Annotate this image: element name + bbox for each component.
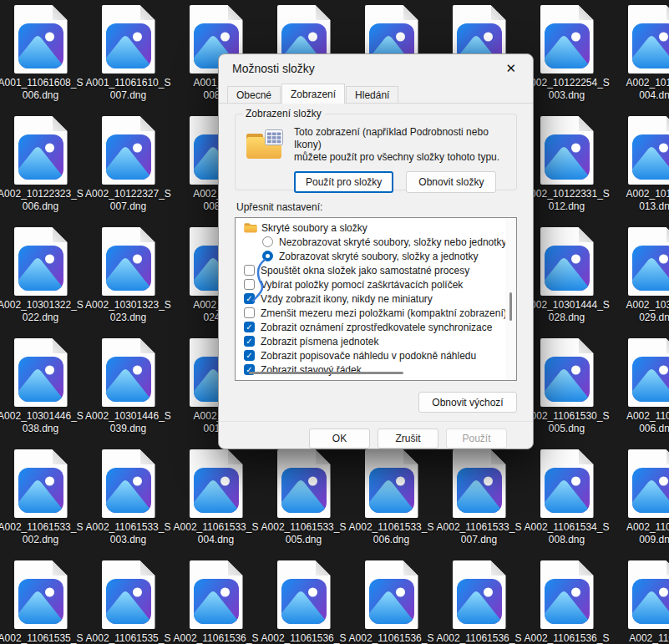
photo-icon xyxy=(281,579,327,624)
file-page-icon xyxy=(628,338,669,407)
page-fold-icon xyxy=(53,5,68,20)
desktop-file[interactable]: A001_11061610_S007.dng xyxy=(84,5,172,102)
desktop-file[interactable]: A002_10301444_S028.dng xyxy=(523,227,611,324)
checkbox-checked[interactable]: ✓ xyxy=(244,350,255,361)
dialog-titlebar[interactable]: Možnosti složky ✕ xyxy=(219,54,533,83)
desktop-file[interactable]: A002_10301446_S039.dng xyxy=(84,338,172,435)
desktop-file[interactable]: A002_11061534_S008.dng xyxy=(523,449,611,546)
radio-unchecked[interactable] xyxy=(262,236,273,247)
photo-icon xyxy=(545,246,590,291)
desktop-file[interactable]: A002_10122323_S006.dng xyxy=(0,116,84,213)
desktop-file[interactable]: A002_11061536_S xyxy=(172,560,260,644)
desktop-file[interactable]: A002_11061009.dn xyxy=(611,449,669,546)
desktop-file[interactable]: A002_11061533_S003.dng xyxy=(84,449,172,546)
advanced-item-checkbox[interactable]: ✓Zobrazit písmena jednotek xyxy=(241,334,516,348)
advanced-item-checkbox[interactable]: ✓Zobrazit oznámení zprostředkovatele syn… xyxy=(241,320,516,334)
advanced-item-checkbox[interactable]: ✓Zobrazit stavový řádek xyxy=(241,363,516,377)
desktop-file[interactable]: A002_11061536_S xyxy=(523,560,611,644)
checkbox-unchecked[interactable] xyxy=(244,279,255,290)
file-name: A002_10301446_S039.dng xyxy=(84,410,172,435)
desktop-file[interactable]: A002_10301322_S022.dng xyxy=(0,227,84,324)
file-page-icon xyxy=(102,338,155,407)
checkbox-checked[interactable]: ✓ xyxy=(244,336,255,347)
file-page-icon xyxy=(365,449,418,518)
file-page-icon xyxy=(540,227,594,296)
file-name: A002_10301029.dn xyxy=(611,299,669,324)
desktop-file[interactable]: A002_10122004.dn xyxy=(611,5,669,102)
checkbox-checked[interactable]: ✓ xyxy=(244,322,255,332)
tab-hledani[interactable]: Hledání xyxy=(346,86,398,103)
desktop-file[interactable]: A002_11061533_S006.dng xyxy=(347,449,435,546)
desktop-file[interactable]: A002_11061536_S xyxy=(347,560,435,644)
desktop-file[interactable]: A002_11061535_S xyxy=(0,560,84,644)
desktop-file[interactable]: A002_11061533_S004.dng xyxy=(172,449,260,546)
desktop-file[interactable]: A002_11061006.dn xyxy=(611,338,669,435)
photo-icon xyxy=(457,468,502,513)
advanced-item-folder[interactable]: Skryté soubory a složky xyxy=(241,221,516,235)
desktop-file[interactable]: A002_11061530_S005.dng xyxy=(523,338,611,435)
file-page-icon xyxy=(628,560,669,629)
advanced-item-radio[interactable]: Nezobrazovat skryté soubory, složky nebo… xyxy=(241,235,516,249)
ok-button[interactable]: OK xyxy=(309,428,370,449)
file-page-icon xyxy=(14,560,68,629)
advanced-item-checkbox[interactable]: Zmenšit mezeru mezi položkami (kompaktní… xyxy=(241,306,516,320)
file-name: A002_10122004.dn xyxy=(611,77,669,102)
checkbox-unchecked[interactable] xyxy=(244,307,255,318)
desktop-file[interactable]: A002_11061535_S xyxy=(84,560,172,644)
file-name: A002_11061536_S xyxy=(523,632,611,644)
radio-checked[interactable] xyxy=(262,251,273,261)
file-page-icon xyxy=(628,116,669,185)
vertical-scrollbar-thumb[interactable] xyxy=(509,292,512,321)
desktop-file[interactable]: A002_10122254_S003.dng xyxy=(523,5,611,102)
checkbox-checked[interactable]: ✓ xyxy=(244,293,255,304)
file-name: A002_11061533_S004.dng xyxy=(172,521,260,546)
close-icon[interactable]: ✕ xyxy=(500,60,521,77)
checkbox-unchecked[interactable] xyxy=(244,265,255,276)
file-name: A002_10122327_S007.dng xyxy=(84,188,172,213)
desktop-file[interactable]: A002_10301446_S038.dng xyxy=(0,338,84,435)
file-name: A002_11061536_S xyxy=(260,632,347,644)
restore-defaults-button[interactable]: Obnovit výchozí xyxy=(418,392,517,413)
file-name: A002_10301446_S038.dng xyxy=(0,410,84,435)
desktop-file[interactable]: A001_11061608_S006.dng xyxy=(0,5,84,102)
desktop-file[interactable]: A002_10301029.dn xyxy=(611,227,669,324)
advanced-item-label: Skryté soubory a složky xyxy=(261,222,367,234)
reset-folders-button[interactable]: Obnovit složky xyxy=(406,171,496,193)
desktop-file[interactable]: A002_11061536_S xyxy=(435,560,523,644)
advanced-item-label: Nezobrazovat skryté soubory, složky nebo… xyxy=(279,236,507,248)
cancel-button[interactable]: Zrušit xyxy=(378,428,438,449)
desktop-file[interactable]: A002_1106 xyxy=(611,560,669,644)
desktop-file[interactable]: A002_10122327_S007.dng xyxy=(84,116,172,213)
page-fold-icon xyxy=(491,5,506,20)
photo-icon xyxy=(545,134,590,180)
horizontal-scrollbar-thumb[interactable] xyxy=(249,372,403,374)
advanced-settings-list[interactable]: Skryté soubory a složkyNezobrazovat skry… xyxy=(235,217,517,381)
page-fold-icon xyxy=(228,5,243,20)
tab-obecne[interactable]: Obecné xyxy=(227,86,281,103)
tab-zobrazeni[interactable]: Zobrazení xyxy=(281,84,345,104)
advanced-item-radio[interactable]: Zobrazovat skryté soubory, složky a jedn… xyxy=(241,249,516,263)
desktop-file[interactable]: A002_10122331_S012.dng xyxy=(523,116,611,213)
desktop-file[interactable]: A002_11061533_S005.dng xyxy=(260,449,347,546)
desktop-file[interactable]: A002_11061536_S xyxy=(260,560,347,644)
advanced-item-checkbox[interactable]: ✓Zobrazit popisovače náhledu v podokně n… xyxy=(241,348,516,363)
apply-to-folders-button[interactable]: Použít pro složky xyxy=(294,171,393,193)
photo-icon xyxy=(545,23,590,68)
file-page-icon xyxy=(102,560,155,629)
advanced-item-checkbox[interactable]: ✓Vždy zobrazit ikony, nikdy ne miniatury xyxy=(241,292,516,306)
photo-icon xyxy=(545,579,590,624)
advanced-item-label: Zobrazit oznámení zprostředkovatele sync… xyxy=(261,322,492,333)
file-name: A002_11061009.dn xyxy=(611,521,669,546)
file-page-icon xyxy=(102,116,155,185)
apply-button[interactable]: Použít xyxy=(446,428,507,449)
photo-icon xyxy=(632,357,669,402)
file-name: A002_11061536_S xyxy=(435,632,523,644)
vertical-scrollbar-track[interactable] xyxy=(505,219,516,379)
file-name: A001_11061610_S007.dng xyxy=(84,77,172,102)
advanced-item-checkbox[interactable]: Spouštět okna složek jako samostatné pro… xyxy=(241,263,516,277)
desktop-file[interactable]: A002_10122013.dn xyxy=(611,116,669,213)
desktop-file[interactable]: A002_11061533_S002.dng xyxy=(0,449,84,546)
desktop-file[interactable]: A002_11061533_S007.dng xyxy=(435,449,523,546)
advanced-item-checkbox[interactable]: Vybírat položky pomocí zaškrtávacích pol… xyxy=(241,277,516,292)
desktop-file[interactable]: A002_10301323_S023.dng xyxy=(84,227,172,324)
